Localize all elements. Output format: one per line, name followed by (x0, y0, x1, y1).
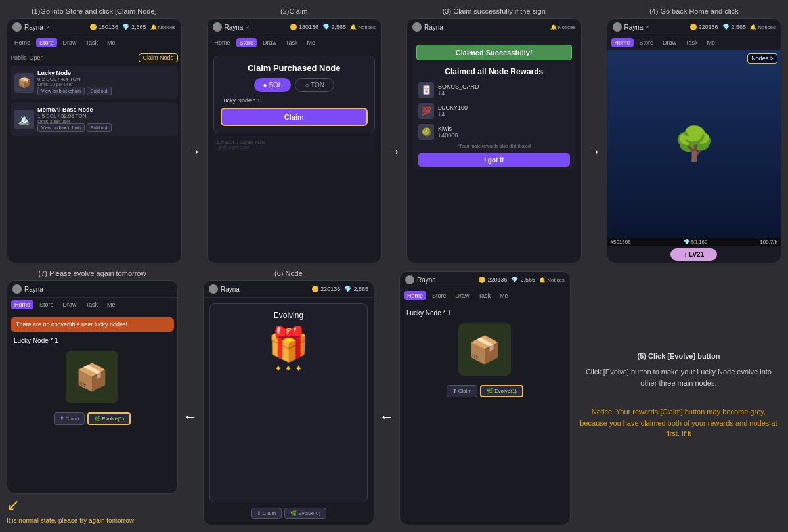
step1-label: (1)Go into Store and click [Claim Node] (32, 7, 157, 16)
step6b-nav-draw[interactable]: Draw (452, 291, 472, 300)
step1-notices-btn[interactable]: 🔔 Notices (150, 24, 176, 30)
step7-nav-me[interactable]: Me (104, 300, 119, 309)
step6b-notices-btn[interactable]: 🔔 Notices (539, 277, 565, 283)
step6-evolving-title: Evolving (274, 311, 303, 320)
step1-tag-open: Open (30, 55, 44, 61)
step6b-claim-btn[interactable]: ⬆ Claim (447, 385, 477, 397)
step4-nav-home[interactable]: Home (611, 38, 634, 47)
step2-nav-draw[interactable]: Draw (259, 38, 280, 47)
step2-ton-btn[interactable]: ○ TON (295, 78, 334, 92)
step7-phone-body: There are no convertible user lucky node… (7, 312, 177, 493)
step3-reward-2-icon: 🥝 (418, 124, 434, 140)
step6-gift-icon: 🎁 (268, 325, 309, 363)
step3-got-it-btn[interactable]: I got it (418, 153, 570, 167)
step1-claim-badge[interactable]: Claim Node (139, 53, 177, 62)
step4-nav-me[interactable]: Me (704, 38, 719, 47)
step6-sparkles: ✦ ✦ ✦ (274, 363, 303, 374)
step6b-nav-me[interactable]: Me (496, 291, 512, 300)
step7-nav: Home Store Draw Task Me (7, 298, 177, 312)
step1-sold-out-btn[interactable]: Sold out (87, 87, 112, 95)
step1-phone-body: Public Open Claim Node 📦 Lucky Node 0.2 … (7, 50, 181, 263)
step2-avatar (213, 22, 222, 32)
step7-header: Rayna (7, 281, 177, 298)
step6b-evolve-btn[interactable]: 🌿 Evolve(1) (480, 385, 523, 397)
step6-evolve-btn[interactable]: 🌿 Evolve(0) (284, 508, 326, 519)
step4-avatar (613, 22, 622, 32)
top-steps-row: (1)Go into Store and click [Claim Node] … (7, 7, 781, 263)
step1-nav-bar: Home Store Draw Task Me (7, 35, 181, 50)
step1-view-blockchain-btn[interactable]: View on blockchain (37, 87, 85, 95)
step3-reward-2: 🥝 Kiwis +40000 (413, 122, 575, 143)
step6b-container: Rayna 220136 💎 2,565 🔔 Notices Home Stor… (399, 269, 571, 525)
step4-nav-draw[interactable]: Draw (659, 38, 680, 47)
step1-momo-node-btns: View on blockchain Sold out (37, 123, 174, 132)
step6b-nav: Home Store Draw Task Me (400, 288, 570, 303)
step6-claim-btn[interactable]: ⬆ Claim (251, 508, 282, 519)
bottom-steps-row: (7) Please evolve again tomorrow Rayna H… (7, 269, 781, 525)
step7-nav-home[interactable]: Home (11, 300, 33, 309)
step4-stat2: 💎 53,160 (684, 239, 708, 245)
step4-notices-btn[interactable]: 🔔 Notices (750, 24, 776, 30)
step4-game-scene: 🌳 Nodes > (607, 50, 781, 238)
step2-nav-me[interactable]: Me (304, 38, 319, 47)
step6-phone: Rayna 220136 💎 2,565 Evolving 🎁 ✦ ✦ ✦ ⬆ … (203, 280, 374, 525)
arrow-3-to-4: → (587, 39, 602, 263)
step4-tree: 🌳 (674, 125, 714, 163)
step6-header: Rayna 220136 💎 2,565 (204, 281, 374, 298)
step3-reward-1-name: LUCKY100 (438, 104, 468, 111)
step6-avatar (209, 284, 218, 294)
step3-reward-2-name: Kiwis (438, 125, 458, 132)
step3-label: (3) Claim successfully if the sign (443, 7, 546, 16)
step6b-nav-task[interactable]: Task (475, 291, 494, 300)
step4-username: Rayna (624, 24, 644, 31)
step7-evolve-btn[interactable]: 🌿 Evolve(1) (87, 412, 131, 425)
step6-phone-body: Evolving 🎁 ✦ ✦ ✦ ⬆ Claim 🌿 Evolve(0) (204, 298, 374, 525)
arrow-2-to-3: → (387, 39, 401, 263)
step4-nodes-btn[interactable]: Nodes > (747, 53, 777, 64)
step6b-avatar (405, 275, 414, 284)
step2-claim-main-btn[interactable]: Claim (221, 108, 368, 126)
step1-nav-task[interactable]: Task (83, 38, 102, 47)
step1-lucky-node-price: 0.2 SOL / 4.4 TON (37, 76, 174, 82)
step7-nav-task[interactable]: Task (83, 300, 102, 309)
step2-nav-task[interactable]: Task (282, 38, 301, 47)
step6-action-bar: ⬆ Claim 🌿 Evolve(0) (207, 505, 370, 521)
step1-nav-draw[interactable]: Draw (60, 38, 80, 47)
step4-level-btn[interactable]: ↑ LV21 (670, 248, 717, 261)
step7-claim-btn[interactable]: ⬆ Claim (54, 412, 85, 425)
step6b-node-title: Lucky Node * 1 (406, 309, 563, 317)
step1-nav-home[interactable]: Home (11, 38, 33, 47)
step3-reward-2-amount: +40000 (438, 132, 458, 139)
step6b-nav-home[interactable]: Home (404, 291, 426, 300)
step2-nav-home[interactable]: Home (211, 38, 234, 47)
step6b-action-bar: ⬆ Claim 🌿 Evolve(1) (403, 382, 567, 400)
step2-container: (2)Claim Rayna ✓ 180136 💎 2,565 🔔 Notice… (207, 7, 382, 263)
step1-nav-me[interactable]: Me (104, 38, 119, 47)
step2-bg-price: 1.5 SOL / 32.96 TON (217, 139, 372, 145)
step1-lucky-node-img: 📦 (14, 73, 34, 93)
step1-momo-node-info: MomoAl Base Node 1.5 SOL / 32.96 TON Lim… (37, 106, 174, 132)
step3-notices-btn[interactable]: 🔔 Notices (550, 24, 576, 30)
step2-notices-btn[interactable]: 🔔 Notices (350, 24, 376, 30)
step3-phone-body: Claimed Successfully! Claimed all Node R… (407, 35, 581, 263)
step2-claim-title: Claim Purchased Node (221, 63, 368, 73)
step2-sol-btn[interactable]: ● SOL (254, 78, 292, 92)
step6b-nav-store[interactable]: Store (429, 291, 450, 300)
step1-momo-sold-btn[interactable]: Sold out (87, 123, 112, 132)
step7-nav-draw[interactable]: Draw (60, 300, 80, 309)
step6b-node-display: Lucky Node * 1 📦 (403, 306, 567, 382)
step7-nav-store[interactable]: Store (36, 300, 57, 309)
step2-claim-item: Lucky Node * 1 (221, 97, 368, 104)
step2-nav-store[interactable]: Store (236, 38, 257, 47)
step4-nav: Home Store Draw Task Me (607, 35, 781, 50)
step1-lucky-node-btns: View on blockchain Sold out (37, 87, 174, 95)
step1-store-tags: Public Open Claim Node (11, 53, 178, 62)
step4-nav-task[interactable]: Task (682, 38, 701, 47)
step1-lucky-node-name: Lucky Node (37, 70, 174, 76)
step1-gems: 💎 2,565 (122, 24, 146, 30)
step1-nav-store[interactable]: Store (36, 38, 57, 47)
step2-phone-body: Claim Purchased Node ● SOL ○ TON Lucky N… (208, 50, 382, 263)
step3-reward-0-amount: +4 (438, 90, 479, 97)
step1-momo-blockchain-btn[interactable]: View on blockchain (37, 123, 85, 132)
step4-nav-store[interactable]: Store (636, 38, 657, 47)
